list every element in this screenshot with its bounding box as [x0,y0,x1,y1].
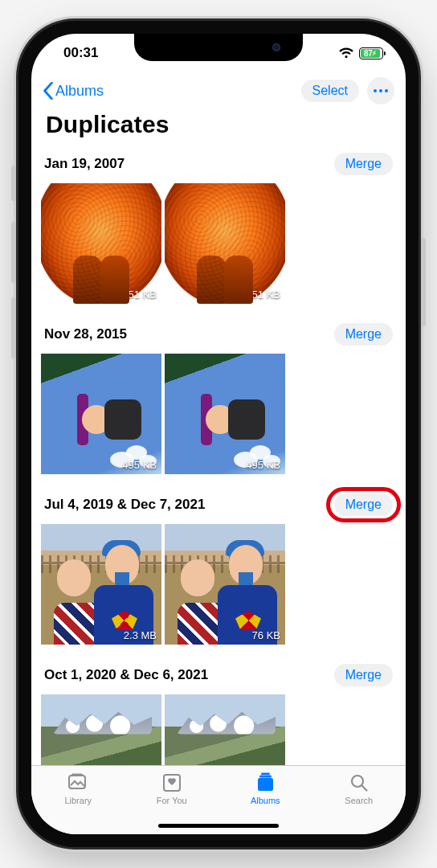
duplicate-group: Oct 1, 2020 & Dec 6, 2021 Merge [31,659,406,765]
photo-thumbnail[interactable] [165,694,285,765]
merge-button[interactable]: Merge [334,493,393,516]
file-size-badge: 76 KB [252,629,280,641]
chevron-left-icon [43,82,54,100]
file-size-badge: 151 KB [122,289,157,301]
group-date: Nov 28, 2015 [44,326,127,342]
tab-search[interactable]: Search [312,772,406,834]
tab-library[interactable]: Library [31,772,125,834]
photo-thumbnail[interactable]: 495 KB [41,354,161,474]
side-button-power [421,238,426,326]
screen: 00:31 87⚡︎ Albums Select Duplicates [31,34,406,834]
side-button-vol-down [11,297,16,358]
merge-button[interactable]: Merge [334,153,393,175]
wifi-icon [338,47,354,59]
tab-label: For You [157,796,187,805]
battery-icon: 87⚡︎ [359,47,383,59]
photo-thumbnail[interactable]: 2.3 MB [41,524,161,645]
file-size-badge: 495 KB [122,459,157,471]
search-icon [348,772,370,793]
svg-rect-4 [259,776,272,778]
group-date: Jan 19, 2007 [44,156,125,172]
tab-label: Search [345,796,373,805]
photo-thumbnail[interactable]: 151 KB [165,183,285,304]
home-indicator[interactable] [158,824,279,828]
notch [134,34,303,61]
merge-button[interactable]: Merge [334,664,393,686]
group-date: Jul 4, 2019 & Dec 7, 2021 [44,497,205,513]
duplicate-group: Nov 28, 2015 Merge 495 KB 495 KB [31,318,406,489]
library-icon [67,772,89,793]
albums-icon [254,772,276,793]
page-title: Duplicates [31,106,406,148]
photo-thumbnail[interactable]: 76 KB [165,524,285,645]
svg-rect-0 [69,776,85,788]
tab-label: Albums [251,796,280,805]
duplicate-group: Jan 19, 2007 Merge 151 KB 151 KB [31,148,406,318]
tab-bar: Library For You Albums Search [31,765,406,834]
tab-label: Library [64,796,92,805]
merge-button[interactable]: Merge [334,323,393,346]
photo-thumbnail[interactable] [41,694,161,765]
file-size-badge: 495 KB [246,459,280,471]
battery-pct: 87⚡︎ [364,49,377,58]
photo-thumbnail[interactable]: 151 KB [41,183,161,304]
group-date: Oct 1, 2020 & Dec 6, 2021 [44,667,208,683]
file-size-badge: 2.3 MB [124,629,157,641]
duplicate-group: Jul 4, 2019 & Dec 7, 2021 Merge 2.3 MB [31,489,406,659]
svg-rect-5 [261,773,270,776]
side-button-vol-up [11,222,16,283]
duplicates-list[interactable]: Jan 19, 2007 Merge 151 KB 151 KB Nov 28,… [31,148,406,765]
svg-rect-3 [258,778,273,791]
back-label: Albums [55,83,104,100]
for-you-icon [161,772,183,793]
back-button[interactable]: Albums [43,82,104,100]
status-time: 00:31 [63,45,98,61]
more-button[interactable] [367,77,394,104]
nav-bar: Albums Select [31,72,406,106]
svg-rect-1 [71,774,83,776]
phone-frame: 00:31 87⚡︎ Albums Select Duplicates [18,21,419,847]
select-button[interactable]: Select [301,80,359,102]
file-size-badge: 151 KB [246,289,280,301]
photo-thumbnail[interactable]: 495 KB [165,354,285,474]
side-button-silence [11,166,16,201]
